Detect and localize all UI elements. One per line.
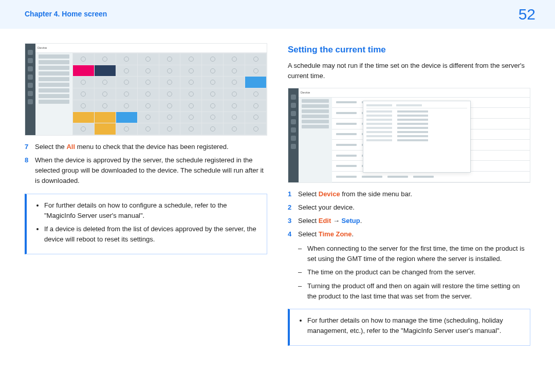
device-tree-panel: Device	[35, 44, 72, 135]
step-number: 1	[288, 189, 298, 199]
time-sublist: When connecting to the server for the fi…	[298, 244, 530, 302]
screenshot-device-setup: Device	[288, 88, 530, 183]
page-body: Device 7Select the All menu to check tha…	[0, 29, 555, 366]
list-item: 7Select the All menu to check that the d…	[25, 142, 267, 152]
list-item: 1Select Device from the side menu bar.	[288, 189, 530, 199]
list-item: If a device is deleted from the list of …	[44, 224, 258, 245]
step-number: 7	[25, 142, 35, 152]
page-number: 52	[519, 3, 535, 27]
step-number: 8	[25, 155, 35, 186]
device-thumbnail-grid	[72, 53, 267, 135]
device-grid-area	[72, 44, 267, 135]
section-heading: Setting the current time	[288, 43, 530, 57]
list-item: 4Select Time Zone.	[288, 229, 530, 239]
chapter-title: Chapter 4. Home screen	[25, 9, 107, 20]
step-number: 4	[288, 229, 298, 239]
right-step-list: 1Select Device from the side menu bar. 2…	[288, 189, 530, 240]
list-item: 8When the device is approved by the serv…	[25, 155, 267, 186]
right-column: Setting the current time A schedule may …	[288, 43, 530, 346]
screenshot-device-grid: Device	[25, 43, 267, 136]
list-item: Turning the product off and then on agai…	[298, 281, 530, 302]
page-header: Chapter 4. Home screen 52	[0, 0, 555, 29]
list-item: For further details on how to configure …	[44, 200, 258, 221]
left-column: Device 7Select the All menu to check tha…	[25, 43, 267, 346]
highlight-edit: Edit	[319, 217, 331, 225]
setup-modal	[363, 101, 471, 173]
panel-title: Device	[35, 44, 72, 53]
device-list-area	[332, 88, 530, 182]
highlight-setup: Setup	[342, 217, 360, 225]
intro-paragraph: A schedule may not run if the time set o…	[288, 61, 530, 81]
list-item: The time on the product can be changed f…	[298, 267, 530, 277]
device-tree-panel: Device	[299, 88, 332, 182]
left-step-list: 7Select the All menu to check that the d…	[25, 142, 267, 186]
list-item: When connecting to the server for the fi…	[298, 244, 530, 264]
highlight-all: All	[66, 143, 75, 151]
app-sidebar-icon	[25, 44, 35, 135]
list-item: 3Select Edit → Setup.	[288, 216, 530, 226]
info-callout: For further details on how to configure …	[25, 194, 267, 255]
list-item: For further details on how to manage the…	[307, 315, 522, 336]
highlight-device: Device	[319, 190, 340, 198]
panel-title: Device	[299, 88, 332, 98]
step-number: 3	[288, 216, 298, 226]
step-number: 2	[288, 202, 298, 213]
app-sidebar-icon	[288, 88, 299, 182]
list-item: 2Select your device.	[288, 202, 530, 213]
highlight-timezone: Time Zone	[319, 230, 352, 238]
info-callout: For further details on how to manage the…	[288, 309, 530, 346]
